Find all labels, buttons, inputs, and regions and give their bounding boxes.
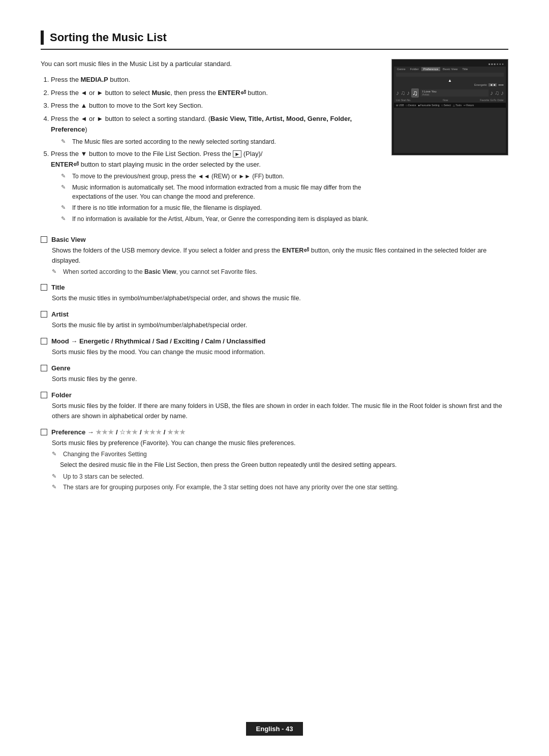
screen-tab-genre: Genre (395, 67, 408, 71)
screen-rew-btn: ◄◄ (489, 83, 497, 86)
note-step4-text: The Music files are sorted according to … (72, 137, 276, 146)
screen-btn-device: □ Device (406, 104, 416, 107)
note-5d-text: If no information is available for the A… (72, 214, 369, 224)
checkbox-genre (41, 365, 47, 371)
screenshot-box: ■ ■ ■ ● ● ● Genre Folder Preference Basi… (391, 59, 508, 155)
preference-note-text2: Up to 3 stars can be selected. (63, 472, 144, 481)
label-now: Now (412, 99, 479, 102)
note-5a: ✎ To move to the previous/next group, pr… (61, 172, 381, 181)
screen-tab-preference: Preference (421, 67, 440, 71)
preference-note-changing: ✎ Changing the Favorites Setting (52, 450, 508, 459)
title-desc: Sorts the music titles in symbol/number/… (52, 293, 508, 303)
folder-desc: Sorts music files by the folder. If ther… (52, 401, 508, 421)
preference-note-text1: Changing the Favorites Setting (63, 450, 147, 459)
screen-btn-tools: △ Tools (453, 104, 462, 107)
note-step4: ✎ The Music files are sorted according t… (61, 137, 381, 146)
step5-enter: ENTER⏎ (51, 161, 79, 168)
folder-heading: Folder (41, 391, 508, 399)
section-artist: Artist Sorts the music file by artist in… (41, 310, 508, 330)
screen-labels-row: List Start No. Now Favorite GoTo Order (394, 99, 506, 102)
text-column: You can sort music files in the Music Li… (41, 59, 381, 229)
preference-note-icon2: ✎ (52, 472, 60, 481)
screen-tab-folder: Folder (408, 67, 421, 71)
music-note-2: ♫ (401, 89, 405, 97)
page-title: Sorting the Music List (50, 31, 167, 44)
screenshot-inner: ■ ■ ■ ● ● ● Genre Folder Preference Basi… (394, 61, 506, 153)
artist-desc: Sorts the music file by artist in symbol… (52, 320, 508, 330)
step2-bold1: Music (151, 89, 170, 97)
screen-energetic: Energetic (474, 83, 487, 86)
label-order: Order (497, 99, 504, 102)
screen-arrow-indicator: ▲ (394, 78, 506, 83)
basic-view-note: ✎ When sorted according to the Basic Vie… (52, 267, 508, 276)
step2-bold2: ENTER⏎ (218, 89, 246, 97)
screen-btn-favorite: ■ Favourite Setting (418, 104, 439, 107)
mood-title: Mood → Energetic / Rhythmical / Sad / Ex… (51, 337, 265, 345)
screen-search-bar (396, 73, 504, 77)
page-container: Sorting the Music List You can sort musi… (0, 0, 549, 540)
artist-title: Artist (51, 310, 69, 318)
preference-note-stars: ✎ Up to 3 stars can be selected. (52, 472, 508, 481)
screen-bottom-bar: ⊞ USB □ Device ■ Favourite Setting □ Sel… (394, 103, 506, 108)
title-heading: Title (41, 284, 508, 291)
section-preference: Preference → ★★★ / ☆★★ / ★★★ / ★★★ Sorts… (41, 428, 508, 491)
checkbox-basic-view (41, 236, 47, 243)
step-1: Press the MEDIA.P button. (51, 75, 381, 85)
preference-note-grouping: ✎ The stars are for grouping purposes on… (52, 483, 508, 492)
music-note-7: ♪ (501, 89, 504, 97)
section-basic-view: Basic View Shows the folders of the USB … (41, 236, 508, 276)
step-4: Press the ◄ or ► button to select a sort… (51, 114, 381, 146)
screen-tab-basicview: Basic View (441, 67, 460, 71)
basic-view-title: Basic View (51, 236, 86, 243)
preference-heading: Preference → ★★★ / ☆★★ / ★★★ / ★★★ (41, 428, 508, 436)
preference-desc: Sorts music files by preference (Favorit… (52, 438, 508, 448)
basic-view-note-icon: ✎ (52, 267, 60, 276)
screen-btn-return: ↩ Return (464, 104, 474, 107)
checkbox-title (41, 284, 47, 291)
preference-note-icon3: ✎ (52, 483, 60, 491)
note-icon-4: ✎ (61, 137, 69, 146)
screen-filter-dots: ●●● (498, 83, 504, 86)
note-icon-5b: ✎ (61, 183, 69, 192)
music-note-1: ♪ (396, 89, 399, 97)
label-startno: Start No. (401, 99, 411, 102)
note-5a-text: To move to the previous/next group, pres… (72, 172, 284, 181)
label-list: List (396, 99, 400, 102)
screen-filter-bar: Energetic ◄◄ ●●● (394, 83, 506, 86)
genre-title: Genre (51, 364, 71, 372)
screen-status: ■ ■ ■ ● ● ● (489, 62, 504, 66)
note-5c: ✎ If there is no title information for a… (61, 203, 381, 212)
screen-btn-usb: ⊞ USB (396, 104, 404, 107)
basic-view-note-text: When sorted according to the Basic View,… (63, 267, 257, 276)
play-icon: ► (233, 150, 241, 158)
sections-container: Basic View Shows the folders of the USB … (41, 236, 508, 491)
title-title: Title (51, 284, 65, 291)
mood-heading: Mood → Energetic / Rhythmical / Sad / Ex… (41, 337, 508, 345)
note-icon-5c: ✎ (61, 203, 69, 212)
screen-tabs: Genre Folder Preference Basic View Title (394, 67, 506, 72)
checkbox-mood (41, 338, 47, 344)
label-goto: GoTo (490, 99, 496, 102)
step1-bold: MEDIA.P (81, 76, 108, 83)
footer-badge: English - 43 (246, 722, 303, 736)
basic-view-heading: Basic View (41, 236, 508, 243)
genre-desc: Sorts music files by the genre. (52, 374, 508, 384)
step-3: Press the ▲ button to move to the Sort k… (51, 101, 381, 111)
note-icon-5d: ✎ (61, 214, 69, 223)
screen-song-detail: Artist (422, 93, 487, 96)
note-5c-text: If there is no title information for a m… (72, 203, 262, 212)
steps-list: Press the MEDIA.P button. Press the ◄ or… (51, 75, 381, 224)
screen-song-info: I Love You Artist (420, 89, 489, 97)
folder-title: Folder (51, 391, 72, 399)
note-5b: ✎ Music information is automatically set… (61, 183, 381, 201)
checkbox-folder (41, 392, 47, 398)
note-5b-text: Music information is automatically set. … (72, 183, 381, 201)
music-note-selected: ♫ (411, 88, 419, 98)
intro-text: You can sort music files in the Music Li… (41, 59, 381, 70)
step-2: Press the ◄ or ► button to select Music,… (51, 88, 381, 99)
mood-desc: Sorts music files by the mood. You can c… (52, 347, 508, 357)
step4-bold: Basic View, Title, Artist, Mood, Genre, … (51, 115, 352, 133)
screen-tab-title: Title (460, 67, 470, 71)
screen-music-row: ♪ ♫ ♪ ♫ I Love You Artist ♪ ♫ ♪ (394, 87, 506, 99)
genre-heading: Genre (41, 364, 508, 372)
